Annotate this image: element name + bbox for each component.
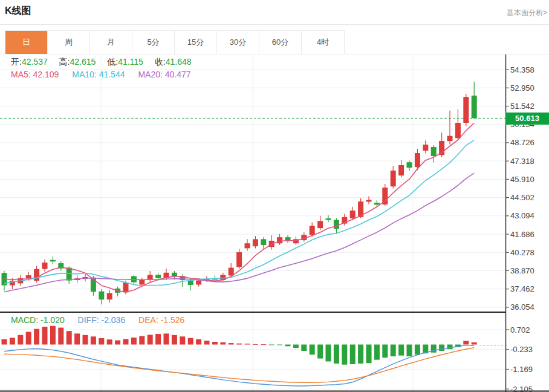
svg-text:52.950: 52.950 [510, 83, 534, 93]
svg-text:44.502: 44.502 [510, 193, 534, 202]
svg-text:51.542: 51.542 [510, 102, 534, 111]
tab-5min[interactable]: 5分 [132, 31, 175, 54]
ma-readout: MA5: 42.109 MA10: 41.544 MA20: 40.477 [11, 70, 191, 79]
page-title: K线图 [5, 5, 31, 18]
svg-text:37.462: 37.462 [510, 284, 534, 293]
chart-canvas[interactable]: 54.35852.95051.54250.13448.72647.31845.9… [0, 54, 549, 392]
svg-text:-1.169: -1.169 [510, 365, 533, 374]
header-divider [0, 24, 549, 25]
svg-text:-2.105: -2.105 [510, 385, 533, 392]
tab-week[interactable]: 周 [48, 31, 90, 54]
macd-value-readout: MACD: -1.020 [11, 315, 65, 325]
svg-text:36.054: 36.054 [510, 302, 534, 312]
fundamental-analysis-link[interactable]: 基本面分析> [507, 8, 547, 18]
tab-30min[interactable]: 30分 [217, 31, 259, 54]
macd-readout: MACD: -1.020 DIFF: -2.036 DEA: -1.526 [11, 315, 184, 325]
open-value: 42.537 [22, 57, 48, 67]
tab-60min[interactable]: 60分 [259, 31, 302, 54]
svg-text:48.726: 48.726 [510, 138, 534, 147]
svg-text:43.094: 43.094 [510, 211, 534, 220]
tab-4hour[interactable]: 4时 [302, 31, 344, 54]
ohlc-readout: 开:42.537 高:42.615 低:41.115 收:41.648 [11, 57, 201, 68]
svg-text:41.686: 41.686 [510, 230, 534, 239]
open-label: 开: [11, 57, 22, 67]
low-value: 41.115 [118, 57, 143, 67]
ma5-readout: MA5: 42.109 [11, 70, 59, 79]
svg-text:45.910: 45.910 [510, 175, 534, 184]
close-value: 41.648 [166, 57, 192, 67]
ma20-readout: MA20: 40.477 [138, 70, 190, 79]
close-label: 收: [155, 57, 166, 67]
tab-month[interactable]: 月 [90, 31, 132, 54]
diff-value-readout: DIFF: -2.036 [78, 315, 126, 325]
svg-text:38.870: 38.870 [510, 266, 534, 275]
low-label: 低: [107, 57, 118, 67]
svg-text:54.358: 54.358 [510, 65, 534, 74]
chart-area: 54.35852.95051.54250.13448.72647.31845.9… [0, 54, 549, 392]
timeframe-tabbar: 日 周 月 5分 15分 30分 60分 4时 [5, 30, 345, 54]
tab-15min[interactable]: 15分 [175, 31, 217, 54]
dea-value-readout: DEA: -1.526 [138, 315, 184, 325]
svg-text:47.318: 47.318 [510, 157, 534, 166]
svg-text:40.278: 40.278 [510, 248, 534, 257]
ma10-readout: MA10: 41.544 [72, 70, 125, 79]
high-value: 42.615 [70, 57, 96, 67]
tab-day[interactable]: 日 [5, 31, 48, 54]
current-price-badge: 50.613 [505, 113, 549, 125]
svg-text:0.702: 0.702 [510, 325, 530, 335]
high-label: 高: [59, 57, 70, 67]
svg-text:-0.233: -0.233 [510, 345, 533, 354]
